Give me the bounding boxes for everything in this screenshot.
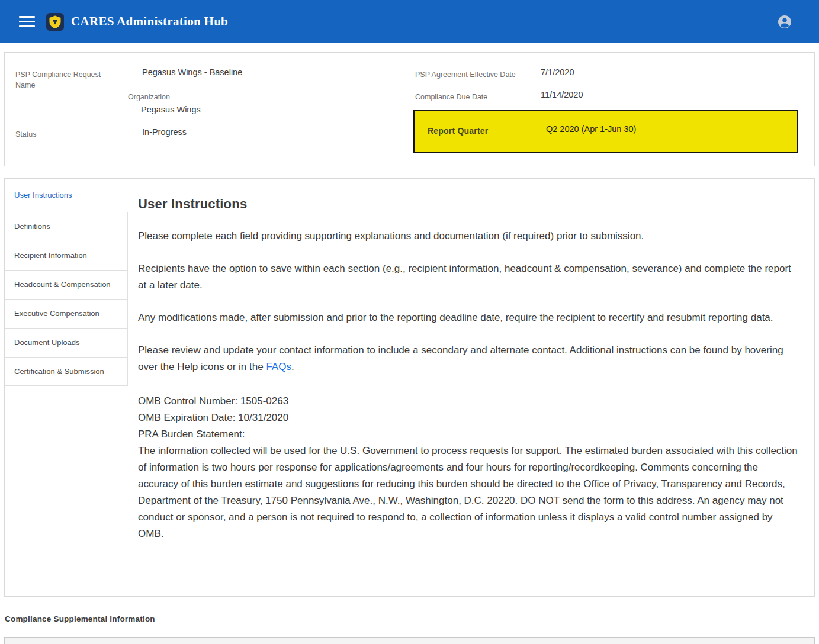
tab-user-instructions[interactable]: User Instructions — [5, 179, 128, 212]
faqs-link[interactable]: FAQs — [266, 361, 291, 372]
user-avatar-icon[interactable] — [778, 15, 792, 29]
request-name-value: Pegasus Wings - Baseline — [142, 67, 242, 78]
omb-expiration-date: OMB Expiration Date: 10/31/2020 — [138, 410, 798, 426]
contact-text-end: . — [291, 361, 294, 372]
top-app-bar: CARES Administration Hub — [0, 0, 819, 43]
supplemental-card-edge — [4, 637, 815, 644]
section-tab-list: User Instructions Definitions Recipient … — [5, 179, 128, 386]
tab-definitions[interactable]: Definitions — [5, 212, 128, 241]
instruction-paragraph: Any modifications made, after submission… — [138, 310, 798, 326]
instruction-paragraph-contact: Please review and update your contact in… — [138, 342, 798, 375]
due-date-label: Compliance Due Date — [415, 92, 487, 102]
tab-certification-submission[interactable]: Certification & Submission — [5, 357, 128, 386]
cares-shield-logo — [46, 13, 64, 31]
instruction-paragraph: Please complete each field providing sup… — [138, 228, 798, 244]
compliance-supplemental-heading: Compliance Supplemental Information — [5, 614, 819, 623]
contact-text: Please review and update your contact in… — [138, 344, 783, 372]
status-value: In-Progress — [142, 127, 187, 137]
tab-document-uploads[interactable]: Document Uploads — [5, 328, 128, 357]
status-label: Status — [15, 129, 36, 140]
organization-label: Organization — [128, 92, 170, 102]
report-quarter-value: Q2 2020 (Apr 1-Jun 30) — [546, 124, 636, 134]
pra-burden-statement: The information collected will be used f… — [138, 443, 798, 542]
compliance-summary-card: PSP Compliance Request Name Pegasus Wing… — [4, 52, 815, 166]
report-quarter-label: Report Quarter — [428, 126, 488, 136]
page-title: User Instructions — [138, 197, 798, 212]
app-title: CARES Administration Hub — [71, 14, 228, 29]
tab-executive-compensation[interactable]: Executive Compensation — [5, 299, 128, 328]
request-name-label: PSP Compliance Request Name — [15, 69, 107, 91]
tab-recipient-information[interactable]: Recipient Information — [5, 241, 128, 270]
omb-control-number: OMB Control Number: 1505-0263 — [138, 393, 798, 410]
omb-statement-block: OMB Control Number: 1505-0263 OMB Expira… — [138, 393, 798, 542]
tab-headcount-compensation[interactable]: Headcount & Compensation — [5, 270, 128, 299]
effective-date-value: 7/1/2020 — [541, 67, 574, 78]
pra-burden-heading: PRA Burden Statement: — [138, 426, 798, 443]
instruction-paragraph: Recipients have the option to save withi… — [138, 260, 798, 294]
report-quarter-highlight: Report Quarter Q2 2020 (Apr 1-Jun 30) — [413, 110, 798, 153]
due-date-value: 11/14/2020 — [541, 89, 583, 100]
report-sections-card: User Instructions Definitions Recipient … — [4, 178, 815, 597]
organization-value: Pegasus Wings — [141, 104, 201, 115]
effective-date-label: PSP Agreement Effective Date — [415, 69, 516, 80]
tab-panel-user-instructions: User Instructions Please complete each f… — [128, 179, 814, 542]
hamburger-menu-icon[interactable] — [19, 16, 35, 27]
